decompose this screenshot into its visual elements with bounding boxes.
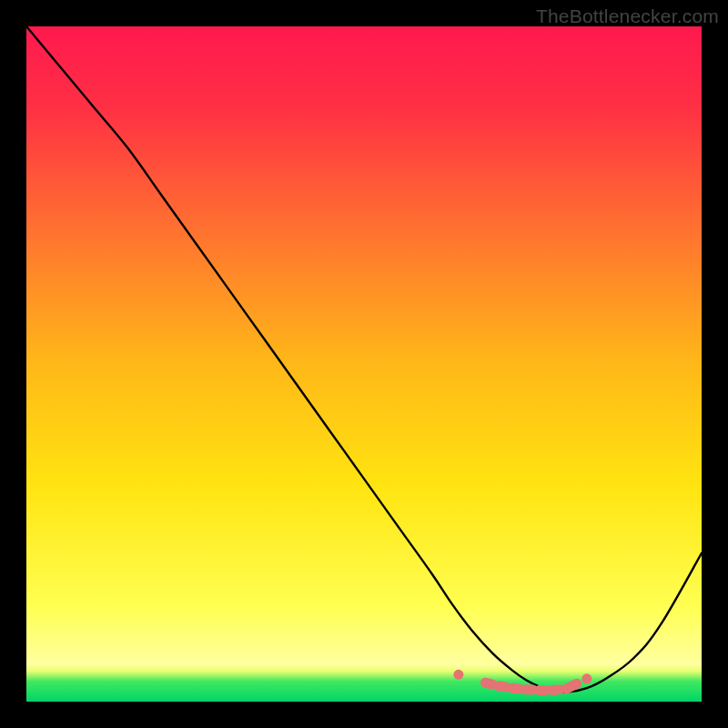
chart-container: TheBottlenecker.com	[0, 0, 728, 728]
marker-segment	[486, 682, 492, 684]
marker-segment	[512, 688, 519, 689]
marker-dot	[453, 670, 463, 680]
watermark-text: TheBottlenecker.com	[536, 5, 719, 27]
marker-segment	[553, 690, 560, 691]
gradient-background	[26, 26, 702, 702]
marker-segment	[567, 683, 577, 689]
marker-segment	[499, 686, 505, 687]
plot-area	[26, 26, 702, 702]
marker-dot	[581, 673, 592, 683]
chart-svg	[26, 26, 702, 702]
